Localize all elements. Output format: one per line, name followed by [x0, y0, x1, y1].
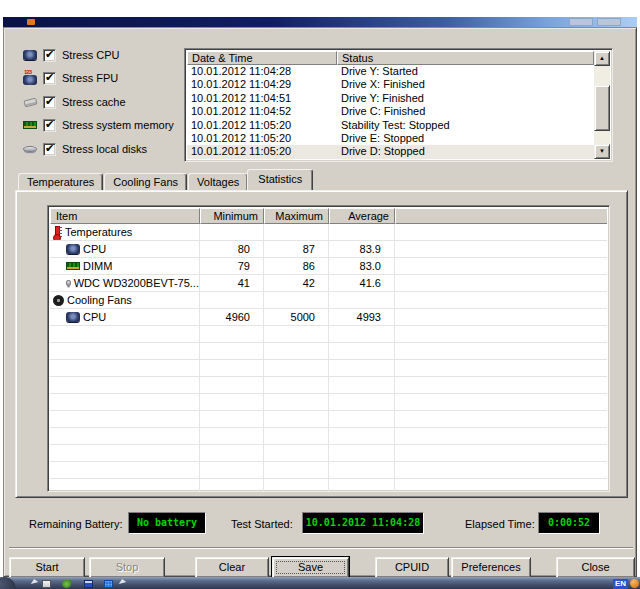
- log-datetime: 10.01.2012 11:04:29: [187, 78, 337, 91]
- memory-icon: [66, 262, 80, 270]
- log-row[interactable]: 10.01.2012 11:05:20 Drive E: Stopped: [187, 132, 594, 145]
- thermometer-icon: [53, 226, 62, 239]
- column-maximum[interactable]: Maximum: [264, 208, 329, 224]
- column-item[interactable]: Item: [50, 208, 200, 224]
- document-icon[interactable]: [42, 580, 51, 588]
- table-row-group[interactable]: Cooling Fans: [50, 292, 607, 309]
- stress-option-row: Stress CPU: [21, 47, 119, 63]
- preferences-button[interactable]: Preferences: [451, 557, 531, 578]
- max-value: 5000: [264, 309, 329, 326]
- item-label: CPU: [83, 241, 106, 257]
- empty-row: [50, 445, 607, 462]
- log-datetime: 10.01.2012 11:04:28: [187, 65, 337, 78]
- log-status: Drive Y: Finished: [337, 92, 594, 105]
- log-row[interactable]: 10.01.2012 11:04:28 Drive Y: Started: [187, 65, 594, 78]
- scroll-up-icon[interactable]: ▲: [594, 51, 610, 66]
- table-row-group[interactable]: Temperatures: [50, 224, 607, 241]
- grid-app-icon[interactable]: [104, 580, 113, 588]
- log-row[interactable]: 10.01.2012 11:05:20 Stability Test: Stop…: [187, 119, 594, 132]
- empty-row: [50, 462, 607, 479]
- log-status: Drive E: Stopped: [337, 132, 594, 145]
- tab-statistics[interactable]: Statistics: [247, 169, 313, 190]
- log-scrollbar[interactable]: ▲ ▼: [594, 51, 610, 159]
- floppy-disk-icon[interactable]: [84, 580, 93, 588]
- shortcut-arrow-icon[interactable]: [30, 580, 39, 588]
- table-row[interactable]: WDC WD3200BEVT-75... 41 42 41.6: [50, 275, 607, 292]
- clear-button[interactable]: Clear: [195, 557, 269, 578]
- table-row[interactable]: CPU 80 87 83.9: [50, 241, 607, 258]
- test-started-lcd-display: 10.01.2012 11:04:28: [302, 512, 424, 534]
- scroll-down-icon[interactable]: ▼: [594, 144, 610, 159]
- stress-option-label: Stress local disks: [62, 143, 147, 155]
- table-row[interactable]: DIMM 79 86 83.0: [50, 258, 607, 275]
- avg-value: 4993: [329, 309, 395, 326]
- log-status: Drive X: Finished: [337, 78, 594, 91]
- min-value: 80: [200, 241, 264, 258]
- cpuid-button[interactable]: CPUID: [375, 557, 449, 578]
- app-icon: [27, 19, 35, 25]
- start-orb[interactable]: [0, 577, 16, 589]
- save-button[interactable]: Save: [272, 557, 349, 578]
- stress-option-label: Stress FPU: [62, 72, 118, 84]
- empty-row: [50, 479, 607, 492]
- scrollbar-thumb[interactable]: [594, 85, 610, 131]
- language-indicator[interactable]: EN: [613, 579, 628, 589]
- tray-icon[interactable]: [630, 579, 639, 588]
- stress-disks-checkbox[interactable]: [43, 143, 56, 156]
- empty-row: [50, 394, 607, 411]
- window-titlebar[interactable]: [3, 17, 637, 27]
- column-average[interactable]: Average: [329, 208, 395, 224]
- group-label: Cooling Fans: [67, 292, 132, 308]
- stress-test-window: Stress CPU Stress FPU Stress cache Stres…: [3, 27, 637, 577]
- log-status: Drive D: Stopped: [337, 145, 594, 158]
- log-row[interactable]: 10.01.2012 11:04:29 Drive X: Finished: [187, 78, 594, 91]
- statistics-tab-panel: Item Minimum Maximum Average Temperature…: [15, 190, 628, 498]
- titlebar-button[interactable]: [597, 18, 621, 26]
- green-app-icon[interactable]: [62, 580, 71, 588]
- cpu-icon: [66, 244, 80, 254]
- min-value: 79: [200, 258, 264, 275]
- tab-temperatures[interactable]: Temperatures: [18, 173, 103, 190]
- tab-cooling-fans[interactable]: Cooling Fans: [104, 173, 187, 190]
- cache-icon: [23, 97, 37, 107]
- statistics-table: Item Minimum Maximum Average Temperature…: [47, 205, 610, 492]
- stress-memory-checkbox[interactable]: [43, 119, 56, 132]
- start-button[interactable]: Start: [9, 557, 85, 578]
- tab-voltages[interactable]: Voltages: [188, 173, 248, 190]
- disk-icon: [23, 146, 37, 152]
- column-minimum[interactable]: Minimum: [200, 208, 264, 224]
- statistics-table-header: Item Minimum Maximum Average: [50, 208, 607, 224]
- log-row[interactable]: 10.01.2012 11:04:51 Drive Y: Finished: [187, 92, 594, 105]
- log-datetime: 10.01.2012 11:05:20: [187, 132, 337, 145]
- log-header: Date & Time Status: [187, 51, 594, 65]
- log-column-date-time[interactable]: Date & Time: [187, 51, 337, 65]
- empty-row: [50, 428, 607, 445]
- column-filler: [395, 208, 607, 224]
- separator: [9, 547, 633, 549]
- avg-value: 83.9: [329, 241, 395, 258]
- log-status: Drive C: Finished: [337, 105, 594, 118]
- test-started-label: Test Started:: [231, 518, 293, 530]
- cpu-icon: [66, 312, 80, 322]
- shortcut-arrow-icon[interactable]: [118, 580, 127, 588]
- stress-option-label: Stress CPU: [62, 49, 119, 61]
- log-status: Stability Test: Stopped: [337, 119, 594, 132]
- empty-row: [50, 377, 607, 394]
- close-button[interactable]: Close: [556, 557, 635, 578]
- stop-button: Stop: [89, 557, 165, 578]
- item-label: DIMM: [83, 258, 112, 274]
- log-row[interactable]: 10.01.2012 11:05:20 Drive D: Stopped: [187, 145, 594, 158]
- log-column-status[interactable]: Status: [337, 51, 594, 65]
- stress-option-row: Stress FPU: [21, 70, 118, 86]
- log-datetime: 10.01.2012 11:05:20: [187, 145, 337, 158]
- cpu-icon: [23, 50, 37, 60]
- elapsed-time-label: Elapsed Time:: [465, 518, 535, 530]
- elapsed-time-lcd-display: 0:00:52: [538, 512, 600, 534]
- stress-cpu-checkbox[interactable]: [43, 49, 56, 62]
- stress-cache-checkbox[interactable]: [43, 96, 56, 109]
- titlebar-button[interactable]: [569, 18, 593, 26]
- log-row[interactable]: 10.01.2012 11:04:52 Drive C: Finished: [187, 105, 594, 118]
- stress-fpu-checkbox[interactable]: [43, 72, 56, 85]
- max-value: 42: [264, 275, 329, 292]
- table-row[interactable]: CPU 4960 5000 4993: [50, 309, 607, 326]
